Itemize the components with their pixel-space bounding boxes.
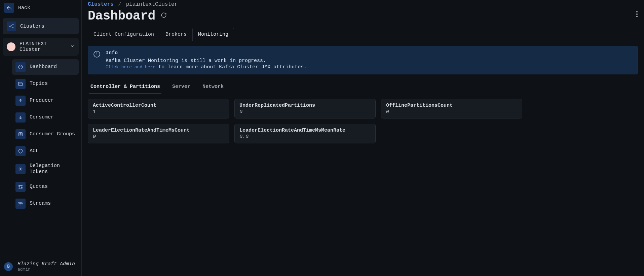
info-line1: Kafka Cluster Monitoring is still a work… <box>106 58 307 64</box>
info-line2-rest: to learn more about Kafka Cluster JMX at… <box>155 64 307 70</box>
subnav-label-streams: Streams <box>30 201 51 207</box>
tabs: Client Configuration Brokers Monitoring <box>88 28 638 41</box>
info-banner: ! Info Kafka Cluster Monitoring is still… <box>88 46 638 74</box>
subnav-label-delegation-tokens: Delegation Tokens <box>30 163 75 175</box>
subnav-item-dashboard[interactable]: Dashboard <box>12 59 79 75</box>
info-content: Info Kafka Cluster Monitoring is still a… <box>106 50 307 70</box>
info-icon: ! <box>93 51 100 58</box>
subnav-item-consumer-groups[interactable]: Consumer Groups <box>12 127 79 142</box>
metric-label: UnderReplicatedPartitions <box>239 103 371 108</box>
back-label: Back <box>18 5 30 11</box>
subnav-item-streams[interactable]: Streams <box>12 196 79 211</box>
subtab-server[interactable]: Server <box>171 80 192 94</box>
tab-client-configuration[interactable]: Client Configuration <box>88 28 160 41</box>
subnav-item-consumer[interactable]: Consumer <box>12 110 79 125</box>
subnav-label-topics: Topics <box>30 81 48 87</box>
subnav-item-acl[interactable]: ACL <box>12 143 79 159</box>
dashboard-icon <box>15 62 26 72</box>
svg-point-7 <box>22 187 22 188</box>
clusters-icon <box>7 22 16 31</box>
subtabs: Controller & Partitions Server Network <box>88 80 638 94</box>
subnav: Dashboard Topics Producer Consumer <box>3 59 79 211</box>
breadcrumb-sep: / <box>118 1 121 7</box>
user-avatar: B <box>4 262 13 271</box>
metric-label: ActiveControllerCount <box>93 103 224 108</box>
metric-value: 0 <box>93 134 224 140</box>
more-menu-button[interactable] <box>636 11 638 20</box>
subnav-label-acl: ACL <box>30 148 39 154</box>
breadcrumb-leaf: plaintextCluster <box>126 1 178 7</box>
metric-value: 1 <box>93 109 224 115</box>
sidebar-top: Back Clusters PLAINTEXT Cluster Dashboar… <box>3 3 79 211</box>
consumer-groups-icon <box>15 129 26 139</box>
info-link[interactable]: Click here and here <box>106 65 155 70</box>
metric-cards: ActiveControllerCount 1 UnderReplicatedP… <box>88 99 638 143</box>
subtab-network[interactable]: Network <box>201 80 225 94</box>
footer-user: Blazing Kraft Admin <box>17 261 75 267</box>
topics-icon <box>15 79 26 89</box>
metric-label: LeaderElectionRateAndTimeMsMeanRate <box>239 128 371 133</box>
sidebar: Back Clusters PLAINTEXT Cluster Dashboar… <box>0 0 82 276</box>
acl-icon <box>15 146 26 156</box>
breadcrumb: Clusters / plaintextCluster <box>88 0 638 7</box>
svg-point-6 <box>19 186 20 186</box>
subnav-label-producer: Producer <box>30 98 54 104</box>
nav-clusters-label: Clusters <box>20 24 44 29</box>
subnav-item-producer[interactable]: Producer <box>12 93 79 108</box>
metric-card: OfflinePartitionsCount 0 <box>381 99 522 118</box>
svg-point-1 <box>12 24 13 25</box>
svg-point-8 <box>636 11 638 12</box>
quotas-icon <box>15 182 26 192</box>
producer-icon <box>15 96 26 106</box>
metric-value: 0 <box>239 109 371 115</box>
footer-role: admin <box>17 267 75 272</box>
cluster-select-label: PLAINTEXT Cluster <box>20 41 66 53</box>
svg-point-5 <box>20 168 21 170</box>
back-button[interactable]: Back <box>3 3 79 13</box>
footer-text: Blazing Kraft Admin admin <box>17 261 75 272</box>
tab-brokers[interactable]: Brokers <box>160 28 192 41</box>
metric-card: LeaderElectionRateAndTimeMsMeanRate 0.0 <box>234 124 376 143</box>
metric-label: LeaderElectionRateAndTimeMsCount <box>93 128 224 133</box>
info-title: Info <box>106 50 307 56</box>
subnav-label-quotas: Quotas <box>30 184 48 190</box>
delegation-tokens-icon <box>15 164 26 174</box>
breadcrumb-root[interactable]: Clusters <box>88 1 114 7</box>
streams-icon <box>15 199 26 209</box>
subnav-label-consumer: Consumer <box>30 114 54 120</box>
subnav-item-delegation-tokens[interactable]: Delegation Tokens <box>12 160 79 178</box>
info-line2: Click here and here to learn more about … <box>106 64 307 70</box>
subnav-label-consumer-groups: Consumer Groups <box>30 131 75 137</box>
subtab-controller-partitions[interactable]: Controller & Partitions <box>89 80 161 94</box>
back-arrow-icon <box>4 3 14 13</box>
metric-value: 0.0 <box>239 134 371 140</box>
metric-value: 0 <box>386 109 517 115</box>
sidebar-footer[interactable]: B Blazing Kraft Admin admin <box>3 257 79 273</box>
main: Clusters / plaintextCluster Dashboard Cl… <box>82 0 644 276</box>
page-title: Dashboard <box>88 9 155 23</box>
svg-point-10 <box>636 16 638 17</box>
metric-card: LeaderElectionRateAndTimeMsCount 0 <box>88 124 229 143</box>
chevron-down-icon <box>70 44 75 50</box>
subnav-item-quotas[interactable]: Quotas <box>12 179 79 195</box>
subnav-item-topics[interactable]: Topics <box>12 76 79 92</box>
cluster-select[interactable]: PLAINTEXT Cluster <box>3 38 79 56</box>
nav-clusters[interactable]: Clusters <box>3 18 79 34</box>
svg-point-9 <box>636 13 638 15</box>
titlebar: Dashboard <box>88 9 638 23</box>
metric-label: OfflinePartitionsCount <box>386 103 517 108</box>
svg-point-0 <box>9 26 10 27</box>
metric-card: ActiveControllerCount 1 <box>88 99 229 118</box>
cluster-avatar <box>7 42 15 51</box>
subnav-label-dashboard: Dashboard <box>30 64 57 70</box>
consumer-icon <box>15 112 26 123</box>
metric-card: UnderReplicatedPartitions 0 <box>234 99 376 118</box>
svg-point-2 <box>12 27 13 28</box>
tab-monitoring[interactable]: Monitoring <box>192 28 234 41</box>
refresh-button[interactable] <box>161 12 167 20</box>
